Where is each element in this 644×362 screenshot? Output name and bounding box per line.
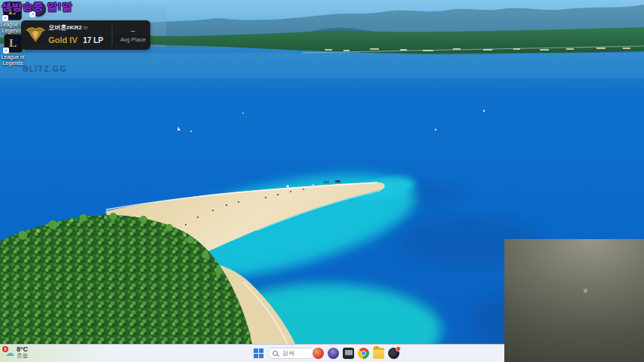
search-icon [273, 351, 278, 356]
windows-logo-icon [254, 348, 258, 353]
shortcut-arrow-icon: ➚ [2, 15, 8, 21]
purple-app-icon[interactable] [328, 348, 339, 359]
summoner-name: 오버혼#KR2 [48, 24, 82, 31]
stream-overlay-text: 생방송중 알!알 [2, 0, 72, 14]
rank-lp: 17 LP [83, 36, 103, 44]
shortcut-arrow-icon: ➚ [3, 48, 9, 54]
desktop-screen: BLITZ.GG L ➚ League of Legends ➚ L ➚ Lea… [0, 0, 644, 362]
rank-tier: Gold IV [48, 35, 78, 44]
taskbar-search[interactable] [268, 348, 315, 359]
blitz-rank-overlay: 오버혼#KR2 kr Gold IV 17 LP – Avg Place [21, 20, 150, 50]
file-explorer-icon[interactable] [373, 348, 384, 359]
region-label: kr [84, 25, 88, 30]
taskbar-apps [313, 348, 399, 359]
avg-place-block: – Avg Place [116, 26, 150, 44]
dark-app-icon[interactable] [388, 348, 399, 359]
avg-place-label: Avg Place [116, 36, 150, 44]
weather-alert-badge: 0 [2, 346, 8, 352]
notification-badge [396, 346, 401, 351]
desktop-icon-label: League of Legends [0, 54, 31, 67]
weather-widget[interactable]: ☁ 0 8°C 흐림 [5, 346, 28, 359]
start-button[interactable] [254, 348, 263, 358]
display-app-icon[interactable] [343, 348, 354, 359]
weather-condition: 흐림 [17, 353, 28, 359]
avg-place-value: – [116, 26, 150, 36]
webcam-overlay [504, 239, 644, 362]
cloud-weather-icon: ☁ 0 [5, 348, 14, 357]
overlay-divider [112, 26, 112, 45]
rank-stats: 오버혼#KR2 kr Gold IV 17 LP [48, 24, 110, 47]
gold-rank-emblem-icon [23, 24, 48, 47]
chrome-icon[interactable] [358, 348, 369, 359]
red-game-icon[interactable] [313, 348, 324, 359]
league-of-legends-icon: L ➚ [4, 34, 23, 53]
search-input[interactable] [281, 349, 310, 357]
